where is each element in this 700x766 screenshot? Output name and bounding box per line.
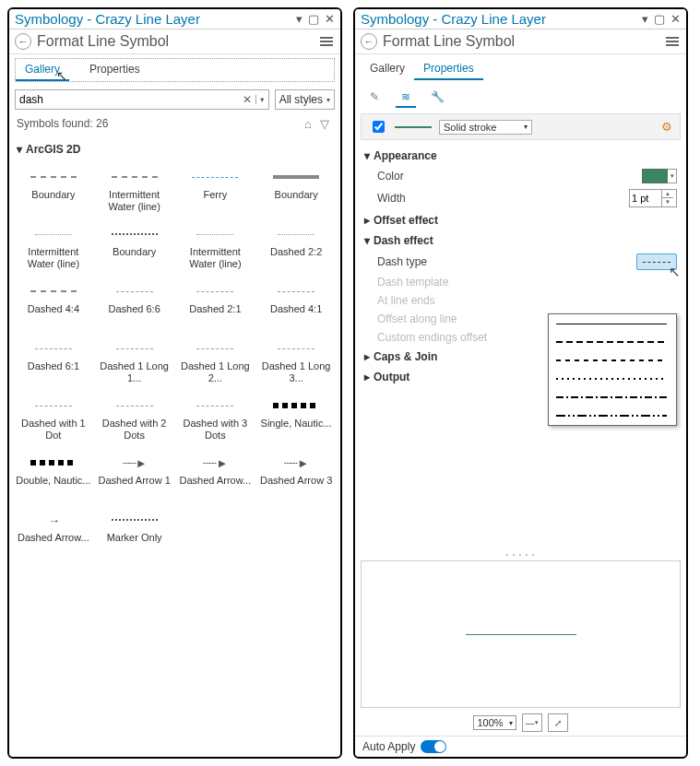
brush-icon[interactable]: ✎ <box>364 88 385 108</box>
tab-gallery[interactable]: Gallery <box>16 59 69 81</box>
symbol-label: Dashed 2:1 <box>189 303 241 327</box>
symbol-label: Boundary <box>31 189 75 213</box>
category-header[interactable]: ▾ ArcGIS 2D <box>9 137 340 161</box>
symbol-item[interactable]: Dashed 4:4 <box>15 279 92 331</box>
symbol-swatch <box>188 340 242 357</box>
close-icon[interactable]: ✕ <box>325 12 335 26</box>
symbol-label: Dashed Arrow... <box>180 475 252 499</box>
symbol-swatch <box>108 283 161 300</box>
dash-type-dropdown[interactable] <box>636 253 677 270</box>
arrow-icon: ┄┄► <box>203 456 227 470</box>
dropdown-icon[interactable]: ▾ <box>642 12 648 26</box>
symbol-label: Boundary <box>113 246 156 270</box>
symbol-item[interactable]: Marker Only <box>96 508 173 560</box>
symbol-item[interactable]: Dashed 6:1 <box>15 336 92 388</box>
styles-dropdown[interactable]: All styles ▾ <box>275 89 335 110</box>
symbol-item[interactable]: Intermittent Water (line) <box>177 222 255 274</box>
subtitle: Format Line Symbol <box>383 33 664 50</box>
close-icon[interactable]: ✕ <box>670 12 681 26</box>
symbol-item[interactable]: Dashed with 3 Dots <box>177 394 255 445</box>
symbol-label: Dashed with 2 Dots <box>96 418 173 442</box>
appearance-header[interactable]: ▾Appearance <box>364 146 677 166</box>
symbol-swatch <box>27 226 80 242</box>
back-button[interactable]: ← <box>15 33 31 50</box>
symbol-item[interactable]: Boundary <box>96 222 173 274</box>
chevron-down-icon: ▾ <box>17 143 22 156</box>
tag-icon[interactable]: ⌂ <box>300 115 316 132</box>
symbol-label: Dashed 6:1 <box>28 360 79 384</box>
symbol-label: Dashed 4:4 <box>28 303 79 327</box>
back-button[interactable]: ← <box>361 33 377 50</box>
zoom-dropdown[interactable]: 100% ▾ <box>473 715 516 730</box>
symbol-item[interactable]: Intermittent Water (line) <box>96 165 173 217</box>
search-input[interactable] <box>16 93 239 106</box>
symbol-item[interactable]: Dashed with 2 Dots <box>96 394 173 445</box>
symbol-item[interactable]: ┄┄►Dashed Arrow 1 <box>96 451 173 502</box>
menu-icon[interactable] <box>664 35 681 48</box>
symbol-item[interactable]: Dashed 1 Long 2... <box>177 336 255 388</box>
symbol-item[interactable]: Ferry <box>177 165 255 217</box>
maximize-icon[interactable]: ▢ <box>654 12 665 26</box>
symbol-item[interactable]: Dashed 2:1 <box>177 279 255 331</box>
line-style-button[interactable]: —▾ <box>522 713 542 732</box>
dash-option-5[interactable] <box>556 412 669 419</box>
symbol-item[interactable]: Dashed 4:1 <box>257 279 335 331</box>
tabs: Gallery Properties <box>361 58 681 80</box>
color-swatch[interactable] <box>642 169 668 183</box>
symbol-item[interactable]: Dashed 6:6 <box>96 279 173 331</box>
symbol-label: Single, Nautic... <box>261 418 332 442</box>
symbol-item[interactable]: Single, Nautic... <box>257 394 335 445</box>
symbol-item[interactable]: Dashed 2:2 <box>257 222 335 274</box>
symbol-preview <box>361 560 681 708</box>
symbol-label: Dashed 4:1 <box>270 303 322 327</box>
dash-option-1[interactable] <box>556 338 669 346</box>
symbol-item[interactable]: Dashed 1 Long 3... <box>257 336 335 388</box>
title-bar: Symbology - Crazy Line Layer ▾ ▢ ✕ <box>9 9 340 29</box>
symbol-item[interactable]: Dashed with 1 Dot <box>15 394 92 445</box>
symbol-swatch: ┄┄► <box>188 454 242 471</box>
dash-effect-header[interactable]: ▾Dash effect <box>364 230 677 251</box>
clear-search-icon[interactable]: ✕ <box>239 93 255 106</box>
styles-label: All styles <box>279 93 323 106</box>
tab-gallery[interactable]: Gallery <box>361 58 414 80</box>
symbol-item[interactable]: →Dashed Arrow... <box>15 508 92 560</box>
offset-effect-header[interactable]: ▸Offset effect <box>364 210 677 230</box>
tab-properties[interactable]: Properties <box>80 59 149 81</box>
symbol-item[interactable]: Boundary <box>15 165 92 217</box>
category-label: ArcGIS 2D <box>26 143 80 156</box>
dash-option-solid[interactable] <box>556 320 669 327</box>
menu-icon[interactable] <box>318 35 335 48</box>
filter-icon[interactable]: ▽ <box>316 115 333 132</box>
symbol-item[interactable]: Double, Nautic... <box>15 451 92 502</box>
symbol-swatch <box>108 169 161 185</box>
symbol-item[interactable]: ┄┄►Dashed Arrow... <box>177 451 255 502</box>
symbol-label: Dashed with 1 Dot <box>15 418 92 442</box>
wrench-icon[interactable]: 🔧 <box>427 88 447 108</box>
width-input[interactable] <box>630 193 661 204</box>
layer-visible-checkbox[interactable] <box>373 121 385 133</box>
spin-up[interactable]: ▲ <box>662 190 673 198</box>
spin-down[interactable]: ▼ <box>662 198 673 206</box>
search-dropdown-icon[interactable]: ▾ <box>255 95 268 104</box>
dash-option-2[interactable] <box>556 357 669 364</box>
actual-size-button[interactable]: ⤢ <box>548 713 568 732</box>
stroke-type-dropdown[interactable]: Solid stroke ▾ <box>439 120 532 135</box>
layers-icon[interactable]: ≋ <box>396 88 416 108</box>
symbol-swatch <box>27 397 80 414</box>
auto-apply-toggle[interactable] <box>421 740 446 753</box>
maximize-icon[interactable]: ▢ <box>308 12 319 26</box>
color-dropdown[interactable]: ▾ <box>668 169 677 183</box>
dash-option-3[interactable] <box>556 375 669 383</box>
properties-pane: Symbology - Crazy Line Layer ▾ ▢ ✕ ← For… <box>353 7 688 759</box>
symbol-item[interactable]: Dashed 1 Long 1... <box>96 336 173 388</box>
arrow-icon: → <box>48 513 59 527</box>
gear-icon[interactable]: ⚙ <box>661 120 672 134</box>
symbol-item[interactable]: Boundary <box>257 165 335 217</box>
symbol-label: Dashed Arrow 1 <box>98 475 170 499</box>
resize-gripper[interactable]: • • • • • <box>355 551 686 557</box>
symbol-item[interactable]: Intermittent Water (line) <box>15 222 92 274</box>
dropdown-icon[interactable]: ▾ <box>296 12 303 26</box>
dash-option-4[interactable] <box>556 394 669 401</box>
tab-properties[interactable]: Properties <box>414 58 483 80</box>
symbol-item[interactable]: ┄┄►Dashed Arrow 3 <box>257 451 335 502</box>
